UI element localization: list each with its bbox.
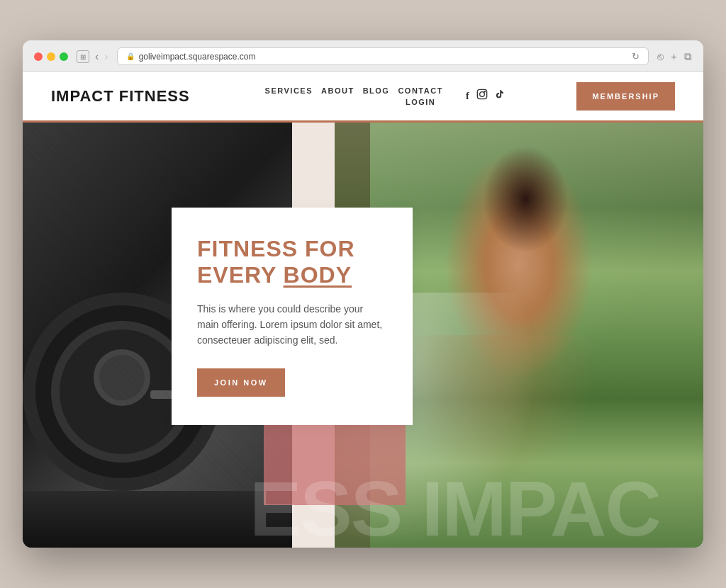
svg-point-1 [479,92,484,97]
svg-point-2 [484,91,485,92]
duplicate-icon[interactable]: ⧉ [684,50,692,63]
nav-services[interactable]: SERVICES [262,85,315,96]
nav-center: SERVICES ABOUT BLOG CONTACT LOGIN f [262,85,505,108]
headline-line2: EVERY BODY [197,262,352,288]
nav-links: SERVICES ABOUT BLOG CONTACT LOGIN [262,85,446,108]
headline-line1: FITNESS FOR [197,236,355,261]
new-tab-icon[interactable]: + [671,50,677,63]
nav-blog[interactable]: BLOG [360,85,393,96]
join-now-button[interactable]: JOIN NOW [197,368,285,397]
forward-button[interactable]: › [104,50,108,63]
page-view-icon[interactable]: ⊞ [77,50,89,63]
hero-background-text: ESS IMPAC [250,470,703,548]
nav-contact-login-group: CONTACT LOGIN [395,85,445,108]
tiktok-icon[interactable] [495,89,505,103]
facebook-icon[interactable]: f [466,91,469,102]
hero-body-text: This is where you could describe your ma… [197,301,387,349]
share-icon[interactable]: ⎋ [657,50,664,63]
close-button[interactable] [34,52,43,61]
minimize-button[interactable] [47,52,55,61]
back-button[interactable]: ‹ [95,50,99,63]
url-text: goliveimpact.squarespace.com [139,52,256,62]
browser-controls: ⊞ ‹ › [77,50,108,63]
nav-login[interactable]: LOGIN [403,96,438,108]
hero-headline: FITNESS FOR EVERY BODY [197,236,387,288]
nav-contact[interactable]: CONTACT [395,85,445,96]
instagram-icon[interactable] [476,89,488,103]
browser-actions: ⎋ + ⧉ [657,50,692,63]
nav-social: f [466,89,505,103]
website: IMPACT FITNESS SERVICES ABOUT BLOG CONTA… [23,72,703,548]
address-bar[interactable]: 🔒 goliveimpact.squarespace.com ↻ [117,47,649,65]
browser-chrome: ⊞ ‹ › 🔒 goliveimpact.squarespace.com ↻ ⎋… [23,40,703,72]
svg-rect-0 [477,89,486,98]
nav-about[interactable]: ABOUT [318,85,357,96]
browser-window: ⊞ ‹ › 🔒 goliveimpact.squarespace.com ↻ ⎋… [23,40,703,548]
headline-body-word: BODY [284,262,352,288]
traffic-lights [34,52,68,61]
navbar: IMPACT FITNESS SERVICES ABOUT BLOG CONTA… [23,72,703,123]
site-logo[interactable]: IMPACT FITNESS [51,87,190,106]
fullscreen-button[interactable] [60,52,68,61]
refresh-icon[interactable]: ↻ [632,51,640,62]
lock-icon: 🔒 [126,52,135,60]
hero-card: FITNESS FOR EVERY BODY This is where you… [172,208,413,425]
membership-button[interactable]: MEMBERSHIP [576,82,675,111]
hero-section: FITNESS FOR EVERY BODY This is where you… [23,123,703,548]
